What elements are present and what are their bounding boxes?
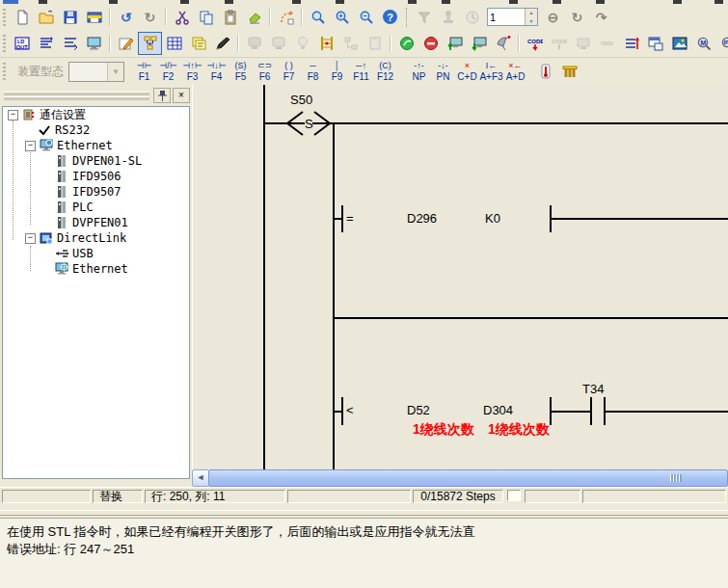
device-comment-button[interactable]: [186, 32, 210, 55]
tree-item-ethernet[interactable]: − Ethernet: [3, 138, 189, 153]
zoom-in-button[interactable]: [330, 6, 354, 29]
erase-button[interactable]: [242, 6, 266, 29]
online-monitor-button[interactable]: [571, 32, 595, 55]
panel-grip[interactable]: [4, 96, 149, 100]
help-button[interactable]: ?: [378, 6, 402, 29]
zoom-out-button[interactable]: [354, 6, 378, 29]
sfc-mode-button[interactable]: [138, 32, 162, 55]
tree-item-comm-settings[interactable]: − 通信设置: [3, 107, 189, 122]
pn-button[interactable]: -↓-PN: [431, 59, 455, 85]
tree-item-ethernet-2[interactable]: Ethernet: [3, 261, 189, 277]
spin-down-icon[interactable]: ▼: [526, 17, 537, 26]
refresh-button[interactable]: ↻: [565, 6, 589, 29]
redo-button[interactable]: ↻: [138, 6, 162, 29]
toolbar-grip[interactable]: [3, 9, 6, 26]
panel-divider[interactable]: [0, 510, 728, 516]
hint-bulb-button[interactable]: [290, 32, 314, 55]
upload-button[interactable]: [443, 32, 467, 55]
filter-button[interactable]: [412, 6, 436, 29]
copy-button[interactable]: [194, 6, 218, 29]
tree-item-dvpfen01[interactable]: DVPFEN01: [3, 215, 189, 230]
step-spinner-input[interactable]: [488, 9, 525, 25]
dropdown-arrow-icon[interactable]: ▼: [107, 63, 123, 81]
expander-icon[interactable]: −: [8, 110, 18, 120]
insert-cell-button[interactable]: I←A+F3: [479, 59, 503, 85]
compare-operand2[interactable]: K0: [485, 211, 500, 226]
panel-pin-button[interactable]: [153, 88, 171, 103]
open-file-button[interactable]: [34, 6, 58, 29]
goto-button[interactable]: [274, 6, 298, 29]
spin-up-icon[interactable]: ▲: [526, 9, 537, 17]
compare2-operand2[interactable]: D304: [483, 403, 513, 417]
force-on-button[interactable]: [242, 32, 266, 55]
save-project-button[interactable]: [82, 6, 106, 29]
new-file-button[interactable]: [10, 6, 34, 29]
api-wizard-button[interactable]: [557, 60, 581, 83]
scroll-left-button[interactable]: ◄: [192, 469, 209, 487]
compile-button[interactable]: CODE: [523, 32, 547, 55]
delete-cell-button[interactable]: ×←A+D: [503, 59, 527, 85]
contact-falling-button[interactable]: ⊣↓⊢F4: [204, 59, 229, 85]
find-ip-button[interactable]: IP: [715, 32, 728, 55]
download-button[interactable]: [467, 32, 491, 55]
new-window-button[interactable]: [643, 32, 667, 55]
toolbar-grip[interactable]: [3, 35, 6, 52]
simulator-button[interactable]: [667, 32, 691, 55]
compile2-button[interactable]: CODE: [547, 32, 571, 55]
horizontal-scrollbar[interactable]: ◄: [192, 469, 728, 485]
device-type-select[interactable]: ▼: [68, 62, 124, 82]
remove-button[interactable]: ⊖: [541, 6, 565, 29]
tree-item-dvpen01-sl[interactable]: DVPEN01-SL: [3, 153, 189, 169]
delete-vline-button[interactable]: ×C+D: [455, 59, 479, 85]
tree-item-directlink[interactable]: − DirectLink: [3, 230, 189, 246]
hline-button[interactable]: ─F8: [301, 59, 325, 85]
communication-button[interactable]: [491, 32, 515, 55]
contact-rising-button[interactable]: ⊣↑⊢F3: [180, 59, 204, 85]
tree-item-plc[interactable]: PLC: [3, 200, 189, 215]
clock-button[interactable]: [460, 6, 484, 29]
compare-button[interactable]: [619, 32, 643, 55]
coil-button[interactable]: ⊂⊃F6: [253, 59, 277, 85]
jump-button[interactable]: ↷: [589, 6, 613, 29]
ladder-editor[interactable]: S50 S = D296 K0 < D52 D304 T34 1绕线次数 1绕线…: [192, 85, 728, 469]
ladder-mode-button[interactable]: LDOUT: [10, 32, 34, 55]
tree-item-ifd9507[interactable]: IFD9507: [3, 184, 189, 200]
toolbar-grip[interactable]: [3, 63, 6, 80]
cut-button[interactable]: [170, 6, 194, 29]
compare2-contact-left-bar[interactable]: [341, 397, 343, 425]
application-instruction-button[interactable]: ( )F7: [277, 59, 301, 85]
rising-pulse-button[interactable]: ─↑F11: [349, 59, 373, 85]
instruction-mode-button[interactable]: [34, 32, 58, 55]
panel-close-button[interactable]: ×: [173, 88, 190, 103]
coil-set-button[interactable]: (S)F5: [229, 59, 253, 85]
tree-item-ifd9506[interactable]: IFD9506: [3, 169, 189, 184]
np-button[interactable]: -↑-NP: [407, 59, 431, 85]
io-device-button[interactable]: OIOI: [595, 32, 619, 55]
step-spinner-buttons[interactable]: ▲ ▼: [525, 9, 537, 25]
find-button[interactable]: [306, 6, 330, 29]
compare-operand1[interactable]: D296: [407, 211, 437, 226]
expander-icon[interactable]: −: [25, 141, 36, 151]
compare2-operand1[interactable]: D52: [407, 403, 430, 417]
monitor-mode-button[interactable]: [82, 32, 106, 55]
undo-button[interactable]: ↺: [114, 6, 138, 29]
stamp-button[interactable]: [436, 6, 460, 29]
force-off-button[interactable]: [266, 32, 290, 55]
stop-button[interactable]: [418, 32, 443, 55]
registers-table-button[interactable]: [162, 32, 186, 55]
stl-step-contact[interactable]: S: [283, 111, 334, 136]
contact-no-button[interactable]: ⊣⊢F1: [132, 59, 156, 85]
tree-item-usb[interactable]: USB: [3, 246, 189, 261]
counter-button[interactable]: (C)F12: [373, 59, 397, 85]
t34-contact-bar-left[interactable]: [590, 397, 592, 425]
contact-nc-button[interactable]: ⊣/⊢F2: [156, 59, 180, 85]
compare-contact-left-bar[interactable]: [341, 205, 343, 232]
comment-mode-button[interactable]: [58, 32, 82, 55]
edit-mode-button[interactable]: [114, 32, 138, 55]
run-button[interactable]: [394, 32, 418, 55]
paste-button[interactable]: [218, 6, 242, 29]
vline-button[interactable]: │F9: [325, 59, 349, 85]
find-device-button[interactable]: M: [691, 32, 715, 55]
panel-grip[interactable]: [4, 92, 149, 95]
thermometer-button[interactable]: [533, 60, 557, 83]
